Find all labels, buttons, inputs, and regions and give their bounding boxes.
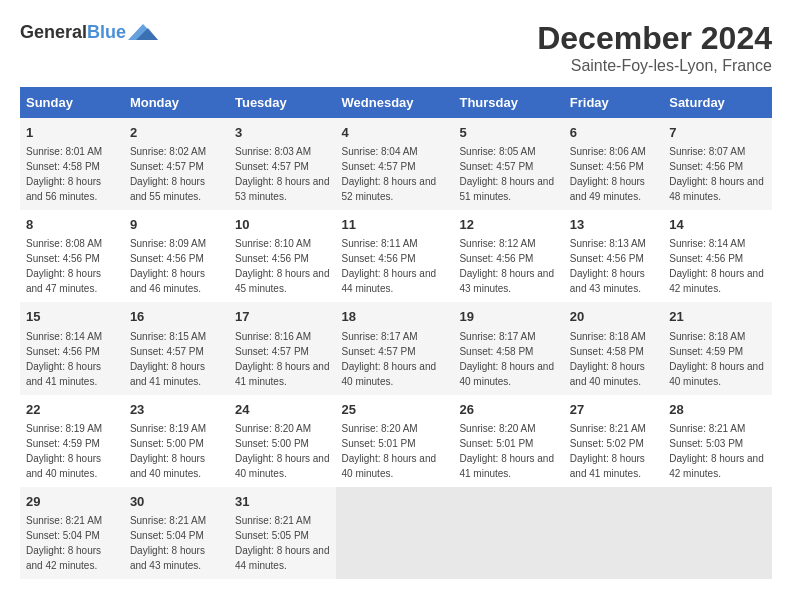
day-info: Sunrise: 8:16 AMSunset: 4:57 PMDaylight:… [235,331,330,387]
calendar-cell: 1Sunrise: 8:01 AMSunset: 4:58 PMDaylight… [20,118,124,210]
title-area: December 2024 Sainte-Foy-les-Lyon, Franc… [537,20,772,75]
day-info: Sunrise: 8:07 AMSunset: 4:56 PMDaylight:… [669,146,764,202]
day-number: 22 [26,401,118,419]
day-info: Sunrise: 8:14 AMSunset: 4:56 PMDaylight:… [669,238,764,294]
day-header-friday: Friday [564,87,663,118]
day-info: Sunrise: 8:05 AMSunset: 4:57 PMDaylight:… [459,146,554,202]
logo-blue-text: Blue [87,22,126,42]
day-info: Sunrise: 8:08 AMSunset: 4:56 PMDaylight:… [26,238,102,294]
day-number: 24 [235,401,330,419]
day-info: Sunrise: 8:10 AMSunset: 4:56 PMDaylight:… [235,238,330,294]
day-number: 11 [342,216,448,234]
day-info: Sunrise: 8:01 AMSunset: 4:58 PMDaylight:… [26,146,102,202]
calendar-cell: 13Sunrise: 8:13 AMSunset: 4:56 PMDayligh… [564,210,663,302]
day-info: Sunrise: 8:19 AMSunset: 4:59 PMDaylight:… [26,423,102,479]
day-number: 1 [26,124,118,142]
day-info: Sunrise: 8:20 AMSunset: 5:01 PMDaylight:… [342,423,437,479]
day-number: 4 [342,124,448,142]
day-info: Sunrise: 8:17 AMSunset: 4:57 PMDaylight:… [342,331,437,387]
calendar-cell: 18Sunrise: 8:17 AMSunset: 4:57 PMDayligh… [336,302,454,394]
day-number: 3 [235,124,330,142]
week-row-4: 22Sunrise: 8:19 AMSunset: 4:59 PMDayligh… [20,395,772,487]
day-info: Sunrise: 8:18 AMSunset: 4:58 PMDaylight:… [570,331,646,387]
day-number: 31 [235,493,330,511]
day-number: 8 [26,216,118,234]
day-number: 2 [130,124,223,142]
header-row: SundayMondayTuesdayWednesdayThursdayFrid… [20,87,772,118]
day-number: 18 [342,308,448,326]
day-info: Sunrise: 8:09 AMSunset: 4:56 PMDaylight:… [130,238,206,294]
day-info: Sunrise: 8:21 AMSunset: 5:04 PMDaylight:… [26,515,102,571]
day-info: Sunrise: 8:02 AMSunset: 4:57 PMDaylight:… [130,146,206,202]
calendar-cell [564,487,663,579]
day-info: Sunrise: 8:21 AMSunset: 5:02 PMDaylight:… [570,423,646,479]
day-info: Sunrise: 8:21 AMSunset: 5:04 PMDaylight:… [130,515,206,571]
day-number: 7 [669,124,766,142]
month-title: December 2024 [537,20,772,57]
day-info: Sunrise: 8:04 AMSunset: 4:57 PMDaylight:… [342,146,437,202]
calendar-cell: 24Sunrise: 8:20 AMSunset: 5:00 PMDayligh… [229,395,336,487]
day-number: 16 [130,308,223,326]
calendar-cell: 4Sunrise: 8:04 AMSunset: 4:57 PMDaylight… [336,118,454,210]
day-number: 25 [342,401,448,419]
calendar-cell: 19Sunrise: 8:17 AMSunset: 4:58 PMDayligh… [453,302,563,394]
logo: GeneralBlue [20,20,158,44]
day-number: 15 [26,308,118,326]
calendar-cell: 30Sunrise: 8:21 AMSunset: 5:04 PMDayligh… [124,487,229,579]
day-header-sunday: Sunday [20,87,124,118]
day-info: Sunrise: 8:21 AMSunset: 5:05 PMDaylight:… [235,515,330,571]
day-info: Sunrise: 8:18 AMSunset: 4:59 PMDaylight:… [669,331,764,387]
day-info: Sunrise: 8:20 AMSunset: 5:01 PMDaylight:… [459,423,554,479]
calendar-cell: 11Sunrise: 8:11 AMSunset: 4:56 PMDayligh… [336,210,454,302]
location-title: Sainte-Foy-les-Lyon, France [537,57,772,75]
calendar-cell: 17Sunrise: 8:16 AMSunset: 4:57 PMDayligh… [229,302,336,394]
calendar-table: SundayMondayTuesdayWednesdayThursdayFrid… [20,87,772,579]
calendar-body: 1Sunrise: 8:01 AMSunset: 4:58 PMDaylight… [20,118,772,579]
day-number: 27 [570,401,657,419]
logo-icon [128,20,158,44]
day-info: Sunrise: 8:19 AMSunset: 5:00 PMDaylight:… [130,423,206,479]
calendar-cell: 8Sunrise: 8:08 AMSunset: 4:56 PMDaylight… [20,210,124,302]
calendar-cell [663,487,772,579]
calendar-cell: 23Sunrise: 8:19 AMSunset: 5:00 PMDayligh… [124,395,229,487]
calendar-cell: 29Sunrise: 8:21 AMSunset: 5:04 PMDayligh… [20,487,124,579]
day-number: 13 [570,216,657,234]
calendar-cell: 16Sunrise: 8:15 AMSunset: 4:57 PMDayligh… [124,302,229,394]
day-number: 19 [459,308,557,326]
day-number: 14 [669,216,766,234]
day-header-tuesday: Tuesday [229,87,336,118]
day-number: 10 [235,216,330,234]
calendar-cell: 22Sunrise: 8:19 AMSunset: 4:59 PMDayligh… [20,395,124,487]
day-number: 6 [570,124,657,142]
calendar-cell: 31Sunrise: 8:21 AMSunset: 5:05 PMDayligh… [229,487,336,579]
day-info: Sunrise: 8:03 AMSunset: 4:57 PMDaylight:… [235,146,330,202]
day-number: 12 [459,216,557,234]
day-number: 28 [669,401,766,419]
day-header-saturday: Saturday [663,87,772,118]
day-info: Sunrise: 8:21 AMSunset: 5:03 PMDaylight:… [669,423,764,479]
calendar-cell: 6Sunrise: 8:06 AMSunset: 4:56 PMDaylight… [564,118,663,210]
week-row-5: 29Sunrise: 8:21 AMSunset: 5:04 PMDayligh… [20,487,772,579]
calendar-cell: 25Sunrise: 8:20 AMSunset: 5:01 PMDayligh… [336,395,454,487]
day-header-wednesday: Wednesday [336,87,454,118]
calendar-cell: 15Sunrise: 8:14 AMSunset: 4:56 PMDayligh… [20,302,124,394]
calendar-cell: 14Sunrise: 8:14 AMSunset: 4:56 PMDayligh… [663,210,772,302]
calendar-cell: 20Sunrise: 8:18 AMSunset: 4:58 PMDayligh… [564,302,663,394]
day-number: 23 [130,401,223,419]
calendar-cell: 26Sunrise: 8:20 AMSunset: 5:01 PMDayligh… [453,395,563,487]
day-number: 9 [130,216,223,234]
day-number: 29 [26,493,118,511]
calendar-cell: 21Sunrise: 8:18 AMSunset: 4:59 PMDayligh… [663,302,772,394]
day-header-monday: Monday [124,87,229,118]
calendar-cell: 10Sunrise: 8:10 AMSunset: 4:56 PMDayligh… [229,210,336,302]
day-header-thursday: Thursday [453,87,563,118]
week-row-2: 8Sunrise: 8:08 AMSunset: 4:56 PMDaylight… [20,210,772,302]
day-info: Sunrise: 8:20 AMSunset: 5:00 PMDaylight:… [235,423,330,479]
calendar-cell: 2Sunrise: 8:02 AMSunset: 4:57 PMDaylight… [124,118,229,210]
calendar-cell [336,487,454,579]
calendar-cell: 9Sunrise: 8:09 AMSunset: 4:56 PMDaylight… [124,210,229,302]
day-number: 20 [570,308,657,326]
logo-general-text: General [20,22,87,42]
day-info: Sunrise: 8:15 AMSunset: 4:57 PMDaylight:… [130,331,206,387]
day-number: 26 [459,401,557,419]
